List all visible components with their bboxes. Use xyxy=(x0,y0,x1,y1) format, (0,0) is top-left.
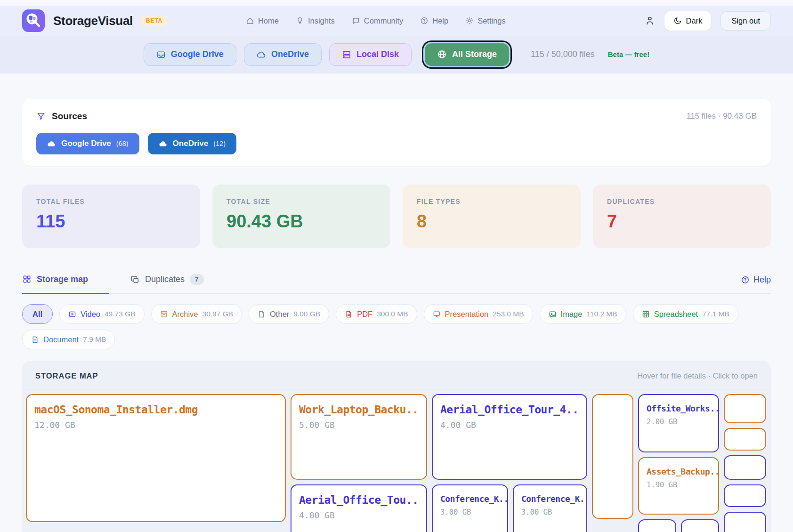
help-circle-icon xyxy=(741,275,750,284)
treemap-tile[interactable] xyxy=(724,484,766,507)
source-button-local-disk[interactable]: Local Disk xyxy=(329,43,412,66)
cloud-icon xyxy=(257,50,266,59)
navbar: StorageVisual BETA Home Insights Communi… xyxy=(0,6,793,36)
storage-map-title: STORAGE MAP xyxy=(35,371,98,380)
moon-icon xyxy=(673,16,682,25)
cloud-icon xyxy=(47,139,56,148)
nav-item-settings[interactable]: Settings xyxy=(465,16,506,25)
filter-chip-all[interactable]: All xyxy=(22,304,53,324)
beta-badge: BETA xyxy=(141,16,167,26)
presentation-icon xyxy=(433,310,441,318)
main-content: Sources 115 files · 90.43 GB Google Driv… xyxy=(0,99,793,532)
source-chip-onedrive[interactable]: OneDrive (12) xyxy=(148,133,236,154)
nav-item-insights[interactable]: Insights xyxy=(296,16,335,25)
filter-chip-image[interactable]: Image 110.2 MB xyxy=(540,304,626,324)
treemap-tile[interactable] xyxy=(724,394,766,423)
treemap-tile[interactable]: macOS_Sonoma_Installer.dmg 12.00 GB xyxy=(26,394,286,522)
filter-chip-presentation[interactable]: Presentation 253.0 MB xyxy=(424,304,533,324)
spreadsheet-icon xyxy=(642,310,650,318)
image-icon xyxy=(549,310,557,318)
treemap-tile[interactable] xyxy=(638,519,676,532)
treemap-tile[interactable]: Offsite_Works.. 2.00 GB xyxy=(638,394,719,452)
treemap-tile[interactable] xyxy=(724,428,766,451)
sources-title: Sources xyxy=(52,111,87,121)
filter-chip-spreadsheet[interactable]: Spreadsheet 77.1 MB xyxy=(633,304,738,324)
treemap-tile[interactable]: Conference_K.. 3.00 GB xyxy=(513,484,587,532)
sign-out-button[interactable]: Sign out xyxy=(720,11,771,31)
video-icon xyxy=(68,310,76,318)
drive-icon xyxy=(156,50,166,59)
nav-item-community[interactable]: Community xyxy=(352,16,403,25)
storage-source-bar: Google Drive OneDrive Local Disk All Sto… xyxy=(0,36,793,73)
duplicates-count-badge: 7 xyxy=(190,274,204,285)
theme-toggle-button[interactable]: Dark xyxy=(664,11,712,31)
treemap-tile[interactable] xyxy=(681,519,719,532)
stat-value: 90.43 GB xyxy=(227,211,376,232)
filter-chip-archive[interactable]: Archive 30.97 GB xyxy=(151,304,243,324)
brand: StorageVisual BETA xyxy=(22,9,167,32)
filter-chip-pdf[interactable]: PDF 300.0 MB xyxy=(336,304,417,324)
chat-icon xyxy=(352,16,360,25)
treemap-tile[interactable] xyxy=(724,455,766,480)
filter-chip-other[interactable]: Other 9.00 GB xyxy=(249,304,329,324)
source-button-onedrive[interactable]: OneDrive xyxy=(244,43,322,66)
stat-value: 115 xyxy=(36,211,186,232)
document-icon xyxy=(31,336,39,344)
cloud-icon xyxy=(159,139,168,148)
nav-item-help[interactable]: Help xyxy=(420,16,448,25)
sources-header: Sources 115 files · 90.43 GB xyxy=(36,111,757,121)
grid-icon xyxy=(22,274,32,284)
source-button-all-storage[interactable]: All Storage xyxy=(425,43,509,66)
source-button-google-drive[interactable]: Google Drive xyxy=(144,43,236,66)
home-icon xyxy=(246,16,254,25)
filter-chips: All Video 49.73 GB Archive 30.97 GB Othe… xyxy=(22,304,771,349)
user-icon[interactable] xyxy=(645,16,655,26)
source-chip-google-drive[interactable]: Google Drive (68) xyxy=(36,133,139,154)
app-logo-icon xyxy=(22,9,45,32)
hard-disk-icon xyxy=(342,50,351,59)
globe-icon xyxy=(437,49,447,59)
treemap-tile[interactable]: Assets_Backup.. 1.90 GB xyxy=(638,457,719,515)
storage-map-hint: Hover for file details · Click to open xyxy=(637,371,758,380)
treemap-tile[interactable]: Aerial_Office_Tour_4.. 4.00 GB xyxy=(432,394,587,480)
stat-value: 8 xyxy=(417,211,566,232)
app-title: StorageVisual xyxy=(53,14,133,28)
lightbulb-icon xyxy=(296,16,304,25)
treemap-tile[interactable]: Work_Laptop_Backu.. 5.00 GB xyxy=(291,394,427,480)
file-text-icon xyxy=(345,310,353,318)
treemap: macOS_Sonoma_Installer.dmg 12.00 GB Work… xyxy=(26,394,767,532)
funnel-icon xyxy=(36,112,46,121)
filter-chip-video[interactable]: Video 49.73 GB xyxy=(59,304,144,324)
stat-card-duplicates: DUPLICATES 7 xyxy=(593,185,771,248)
help-link[interactable]: Help xyxy=(741,275,771,293)
sources-chip-row: Google Drive (68) OneDrive (12) xyxy=(36,133,757,154)
stat-card-total-files: TOTAL FILES 115 xyxy=(22,185,200,248)
tab-duplicates[interactable]: Duplicates 7 xyxy=(130,274,204,293)
tabs-row: Storage map Duplicates 7 Help xyxy=(22,274,771,294)
treemap-tile[interactable]: Conference_K.. 3.00 GB xyxy=(432,484,508,532)
file-icon xyxy=(258,310,266,318)
plan-note: Beta — free! xyxy=(608,50,649,58)
treemap-tile[interactable] xyxy=(592,394,633,519)
main-nav: Home Insights Community Help Settings xyxy=(246,6,506,36)
stat-card-file-types: FILE TYPES 8 xyxy=(403,185,581,248)
help-circle-icon xyxy=(420,16,429,25)
storage-map-panel: STORAGE MAP Hover for file details · Cli… xyxy=(22,361,771,532)
treemap-tile[interactable] xyxy=(724,512,766,532)
stat-value: 7 xyxy=(607,211,757,232)
tab-storage-map[interactable]: Storage map xyxy=(22,274,109,294)
stats-row: TOTAL FILES 115 TOTAL SIZE 90.43 GB FILE… xyxy=(22,185,771,248)
storage-map-header: STORAGE MAP Hover for file details · Cli… xyxy=(22,361,771,389)
sources-panel: Sources 115 files · 90.43 GB Google Driv… xyxy=(22,99,771,166)
quota-text: 115 / 50,000 files xyxy=(531,49,595,59)
archive-icon xyxy=(160,310,168,318)
filter-chip-document[interactable]: Document 7.9 MB xyxy=(22,330,115,349)
sources-summary: 115 files · 90.43 GB xyxy=(687,112,757,121)
gear-icon xyxy=(465,16,474,25)
navbar-actions: Dark Sign out xyxy=(645,11,771,31)
nav-item-home[interactable]: Home xyxy=(246,16,279,25)
stat-card-total-size: TOTAL SIZE 90.43 GB xyxy=(212,185,390,248)
copy-icon xyxy=(130,275,140,284)
treemap-tile[interactable]: Aerial_Office_Tou.. 4.00 GB xyxy=(291,484,427,532)
